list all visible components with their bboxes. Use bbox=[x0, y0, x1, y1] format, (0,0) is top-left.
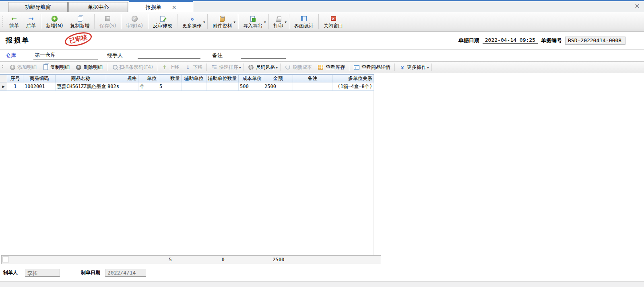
quick-sort-button[interactable]: 快速排序 bbox=[208, 62, 241, 73]
audit-button[interactable]: ✓ 审核(A) bbox=[122, 14, 147, 29]
copy-new-button[interactable]: 复制新增 bbox=[66, 14, 93, 29]
column-header[interactable]: 商品名称 bbox=[56, 75, 106, 82]
column-header[interactable]: 备注 bbox=[293, 75, 332, 82]
toolbar-separator bbox=[349, 64, 349, 71]
dropdown-caret-icon[interactable] bbox=[276, 64, 278, 70]
next-doc-button[interactable]: 后单 bbox=[23, 14, 39, 29]
view-product-detail-button[interactable]: 查看商品详情 bbox=[351, 62, 393, 73]
audited-stamp: 已审核 bbox=[63, 30, 93, 49]
window-close-icon[interactable] bbox=[634, 2, 641, 9]
dropdown-caret-icon[interactable] bbox=[233, 19, 235, 25]
close-window-icon bbox=[330, 15, 337, 22]
tab-function-nav[interactable]: 功能导航窗 bbox=[8, 2, 68, 12]
audit-check-icon: ✓ bbox=[131, 15, 138, 22]
print-button[interactable]: 打印 bbox=[270, 14, 287, 29]
main-toolbar: 前单 后单 + 新增(N) 复制新增 保存(S) ✓ 审核(A) 反审修改 更多… bbox=[0, 12, 644, 32]
column-header[interactable]: 辅助单位 bbox=[182, 75, 206, 82]
refresh-cost-button[interactable]: 刷新成本 bbox=[282, 62, 315, 73]
button-label: 保存(S) bbox=[99, 23, 116, 28]
column-header[interactable]: 金额 bbox=[263, 75, 293, 82]
summary-quantity: 5 bbox=[159, 257, 182, 262]
column-header[interactable]: 商品编码 bbox=[23, 75, 56, 82]
column-header[interactable]: 单位 bbox=[138, 75, 158, 82]
remark-label: 备注 bbox=[212, 52, 223, 59]
cell-multi-unit[interactable]: (1箱=4盒=8个) bbox=[332, 82, 374, 90]
attachments-button[interactable]: 附件资料 bbox=[209, 14, 235, 29]
view-stock-button[interactable]: 查看库存 bbox=[315, 62, 348, 73]
tab-close-icon[interactable] bbox=[172, 4, 177, 10]
refresh-glyph bbox=[285, 65, 290, 70]
prev-arrow-icon bbox=[10, 15, 18, 22]
cell-unit[interactable]: 个 bbox=[138, 82, 158, 90]
cell-aux-quantity[interactable] bbox=[206, 82, 239, 90]
scan-barcode-button[interactable]: 扫描条形码(F4) bbox=[108, 62, 156, 73]
dropdown-caret-icon[interactable] bbox=[239, 64, 241, 70]
add-detail-button[interactable]: + 添加明细 bbox=[6, 62, 39, 73]
toolbar-separator bbox=[238, 14, 238, 29]
cell-quantity[interactable]: 5 bbox=[158, 82, 182, 90]
doc-date-label: 单据日期 bbox=[458, 37, 479, 44]
column-header[interactable]: 数量 bbox=[158, 75, 182, 82]
design-glyph bbox=[301, 16, 307, 21]
unaudit-modify-button[interactable]: 反审修改 bbox=[149, 14, 176, 29]
grid-empty-area[interactable] bbox=[0, 91, 374, 255]
cell-product-name[interactable]: 惠普CH561ZZ黑色墨盒 bbox=[56, 82, 106, 90]
column-header[interactable]: 成本单价 bbox=[239, 75, 263, 82]
button-label: 界面设计 bbox=[294, 23, 314, 28]
cell-product-code[interactable]: 1002001 bbox=[23, 82, 56, 90]
doc-number-field[interactable]: BSD-20220414-0008 bbox=[565, 37, 625, 45]
cell-seq[interactable]: 1 bbox=[7, 82, 23, 90]
move-up-button[interactable]: 上移 bbox=[159, 62, 182, 73]
doc-date-field[interactable]: 2022-04-14 09:25 bbox=[483, 37, 538, 44]
delete-detail-button[interactable]: × 删除明细 bbox=[72, 62, 105, 73]
handler-field[interactable] bbox=[138, 52, 200, 59]
column-header[interactable]: 序号 bbox=[7, 75, 23, 82]
doc-glyph bbox=[78, 16, 82, 22]
button-label: 尺码风格 bbox=[256, 64, 275, 71]
button-label: 导入导出 bbox=[243, 23, 262, 28]
dropdown-caret-icon[interactable] bbox=[203, 19, 205, 25]
form-row: 仓库 第一仓库 经手人 备注 bbox=[0, 49, 644, 61]
save-button[interactable]: 保存(S) bbox=[96, 14, 120, 29]
cell-cost-price[interactable]: 500 bbox=[239, 82, 263, 90]
column-header[interactable]: 辅助单位数量 bbox=[206, 75, 239, 82]
dropdown-caret-icon[interactable] bbox=[285, 19, 287, 25]
attachment-clipboard-icon bbox=[219, 15, 226, 22]
cell-aux-unit[interactable] bbox=[182, 82, 206, 90]
import-doc-glyph bbox=[250, 16, 255, 22]
table-row[interactable]: 1 1002001 惠普CH561ZZ黑色墨盒 802s 个 5 500 250… bbox=[0, 82, 374, 91]
button-label: 刷新成本 bbox=[293, 64, 312, 71]
toolbar-separator bbox=[107, 64, 107, 71]
toolbar-separator bbox=[243, 64, 244, 71]
dropdown-caret-icon[interactable] bbox=[427, 64, 429, 70]
close-window-button[interactable]: 关闭窗口 bbox=[320, 14, 347, 29]
copy-detail-button[interactable]: 复制明细 bbox=[39, 62, 72, 73]
dropdown-caret-icon[interactable] bbox=[264, 19, 266, 25]
creator-label: 制单人 bbox=[3, 269, 18, 276]
create-date-field[interactable]: 2022/4/14 bbox=[105, 269, 146, 277]
move-down-button[interactable]: 下移 bbox=[182, 62, 205, 73]
cell-amount[interactable]: 2500 bbox=[263, 82, 293, 90]
cell-remark[interactable] bbox=[293, 82, 332, 90]
column-header[interactable]: 多单位关系 bbox=[332, 75, 374, 82]
warehouse-label[interactable]: 仓库 bbox=[6, 52, 16, 59]
ui-design-button[interactable]: 界面设计 bbox=[291, 14, 317, 29]
delete-detail-icon: × bbox=[75, 64, 82, 71]
column-header[interactable]: 规格 bbox=[106, 75, 138, 82]
more-actions-button[interactable]: 更多操作 bbox=[179, 14, 205, 29]
close-x-glyph bbox=[331, 16, 336, 21]
prev-doc-button[interactable]: 前单 bbox=[6, 14, 23, 29]
tab-loss-report[interactable]: 报损单 bbox=[129, 1, 193, 12]
import-export-button[interactable]: 导入导出 bbox=[239, 14, 266, 29]
row-indicator-icon bbox=[0, 82, 7, 90]
cell-spec[interactable]: 802s bbox=[106, 82, 138, 90]
size-style-button[interactable]: 尺码风格 bbox=[245, 62, 278, 73]
view-stock-grid-icon bbox=[318, 64, 324, 71]
creator-field[interactable]: 李拓 bbox=[25, 269, 60, 277]
new-button[interactable]: + 新增(N) bbox=[42, 14, 66, 29]
detail-more-actions-button[interactable]: 更多操作 bbox=[396, 62, 429, 73]
warehouse-field[interactable]: 第一仓库 bbox=[33, 51, 98, 59]
remark-field[interactable] bbox=[241, 52, 286, 59]
tab-document-center[interactable]: 单据中心 bbox=[68, 2, 128, 12]
toolbar-separator bbox=[206, 64, 207, 71]
